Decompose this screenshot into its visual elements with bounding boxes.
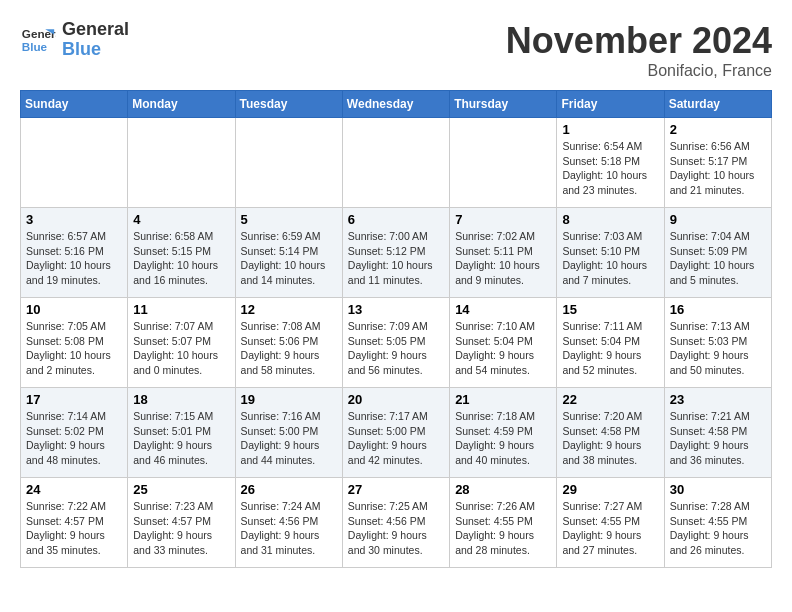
location: Bonifacio, France xyxy=(506,62,772,80)
table-row: 23Sunrise: 7:21 AM Sunset: 4:58 PM Dayli… xyxy=(664,388,771,478)
day-number: 6 xyxy=(348,212,444,227)
day-number: 13 xyxy=(348,302,444,317)
day-number: 23 xyxy=(670,392,766,407)
table-row xyxy=(235,118,342,208)
day-number: 8 xyxy=(562,212,658,227)
table-row: 18Sunrise: 7:15 AM Sunset: 5:01 PM Dayli… xyxy=(128,388,235,478)
svg-text:General: General xyxy=(22,27,56,40)
day-info: Sunrise: 6:54 AM Sunset: 5:18 PM Dayligh… xyxy=(562,139,658,198)
day-number: 9 xyxy=(670,212,766,227)
title-block: November 2024 Bonifacio, France xyxy=(506,20,772,80)
day-info: Sunrise: 6:58 AM Sunset: 5:15 PM Dayligh… xyxy=(133,229,229,288)
day-info: Sunrise: 7:09 AM Sunset: 5:05 PM Dayligh… xyxy=(348,319,444,378)
day-number: 7 xyxy=(455,212,551,227)
table-row: 25Sunrise: 7:23 AM Sunset: 4:57 PM Dayli… xyxy=(128,478,235,568)
day-info: Sunrise: 7:14 AM Sunset: 5:02 PM Dayligh… xyxy=(26,409,122,468)
table-row: 30Sunrise: 7:28 AM Sunset: 4:55 PM Dayli… xyxy=(664,478,771,568)
day-number: 18 xyxy=(133,392,229,407)
day-number: 1 xyxy=(562,122,658,137)
day-number: 24 xyxy=(26,482,122,497)
day-number: 17 xyxy=(26,392,122,407)
day-info: Sunrise: 7:05 AM Sunset: 5:08 PM Dayligh… xyxy=(26,319,122,378)
col-thursday: Thursday xyxy=(450,91,557,118)
day-info: Sunrise: 7:28 AM Sunset: 4:55 PM Dayligh… xyxy=(670,499,766,558)
day-info: Sunrise: 7:21 AM Sunset: 4:58 PM Dayligh… xyxy=(670,409,766,468)
day-info: Sunrise: 6:56 AM Sunset: 5:17 PM Dayligh… xyxy=(670,139,766,198)
month-title: November 2024 xyxy=(506,20,772,62)
col-tuesday: Tuesday xyxy=(235,91,342,118)
table-row: 16Sunrise: 7:13 AM Sunset: 5:03 PM Dayli… xyxy=(664,298,771,388)
day-number: 26 xyxy=(241,482,337,497)
week-row-4: 17Sunrise: 7:14 AM Sunset: 5:02 PM Dayli… xyxy=(21,388,772,478)
day-info: Sunrise: 7:02 AM Sunset: 5:11 PM Dayligh… xyxy=(455,229,551,288)
day-info: Sunrise: 7:27 AM Sunset: 4:55 PM Dayligh… xyxy=(562,499,658,558)
day-number: 3 xyxy=(26,212,122,227)
table-row: 10Sunrise: 7:05 AM Sunset: 5:08 PM Dayli… xyxy=(21,298,128,388)
day-number: 4 xyxy=(133,212,229,227)
logo: General Blue GeneralBlue xyxy=(20,20,129,60)
table-row: 14Sunrise: 7:10 AM Sunset: 5:04 PM Dayli… xyxy=(450,298,557,388)
table-row: 22Sunrise: 7:20 AM Sunset: 4:58 PM Dayli… xyxy=(557,388,664,478)
day-info: Sunrise: 7:20 AM Sunset: 4:58 PM Dayligh… xyxy=(562,409,658,468)
logo-text: GeneralBlue xyxy=(62,20,129,60)
table-row: 5Sunrise: 6:59 AM Sunset: 5:14 PM Daylig… xyxy=(235,208,342,298)
table-row: 27Sunrise: 7:25 AM Sunset: 4:56 PM Dayli… xyxy=(342,478,449,568)
col-sunday: Sunday xyxy=(21,91,128,118)
col-friday: Friday xyxy=(557,91,664,118)
day-number: 2 xyxy=(670,122,766,137)
day-number: 16 xyxy=(670,302,766,317)
day-number: 25 xyxy=(133,482,229,497)
table-row: 26Sunrise: 7:24 AM Sunset: 4:56 PM Dayli… xyxy=(235,478,342,568)
day-number: 29 xyxy=(562,482,658,497)
day-info: Sunrise: 7:11 AM Sunset: 5:04 PM Dayligh… xyxy=(562,319,658,378)
col-monday: Monday xyxy=(128,91,235,118)
table-row: 2Sunrise: 6:56 AM Sunset: 5:17 PM Daylig… xyxy=(664,118,771,208)
table-row: 11Sunrise: 7:07 AM Sunset: 5:07 PM Dayli… xyxy=(128,298,235,388)
table-row xyxy=(128,118,235,208)
table-row: 17Sunrise: 7:14 AM Sunset: 5:02 PM Dayli… xyxy=(21,388,128,478)
day-info: Sunrise: 7:10 AM Sunset: 5:04 PM Dayligh… xyxy=(455,319,551,378)
day-number: 14 xyxy=(455,302,551,317)
table-row: 12Sunrise: 7:08 AM Sunset: 5:06 PM Dayli… xyxy=(235,298,342,388)
day-number: 21 xyxy=(455,392,551,407)
day-info: Sunrise: 7:24 AM Sunset: 4:56 PM Dayligh… xyxy=(241,499,337,558)
day-number: 22 xyxy=(562,392,658,407)
week-row-1: 1Sunrise: 6:54 AM Sunset: 5:18 PM Daylig… xyxy=(21,118,772,208)
table-row xyxy=(450,118,557,208)
day-info: Sunrise: 7:08 AM Sunset: 5:06 PM Dayligh… xyxy=(241,319,337,378)
table-row: 20Sunrise: 7:17 AM Sunset: 5:00 PM Dayli… xyxy=(342,388,449,478)
table-row: 3Sunrise: 6:57 AM Sunset: 5:16 PM Daylig… xyxy=(21,208,128,298)
week-row-2: 3Sunrise: 6:57 AM Sunset: 5:16 PM Daylig… xyxy=(21,208,772,298)
calendar-header-row: Sunday Monday Tuesday Wednesday Thursday… xyxy=(21,91,772,118)
logo-icon: General Blue xyxy=(20,22,56,58)
day-info: Sunrise: 7:13 AM Sunset: 5:03 PM Dayligh… xyxy=(670,319,766,378)
day-number: 12 xyxy=(241,302,337,317)
day-number: 10 xyxy=(26,302,122,317)
week-row-5: 24Sunrise: 7:22 AM Sunset: 4:57 PM Dayli… xyxy=(21,478,772,568)
day-info: Sunrise: 7:25 AM Sunset: 4:56 PM Dayligh… xyxy=(348,499,444,558)
table-row: 15Sunrise: 7:11 AM Sunset: 5:04 PM Dayli… xyxy=(557,298,664,388)
col-wednesday: Wednesday xyxy=(342,91,449,118)
day-info: Sunrise: 7:26 AM Sunset: 4:55 PM Dayligh… xyxy=(455,499,551,558)
table-row: 1Sunrise: 6:54 AM Sunset: 5:18 PM Daylig… xyxy=(557,118,664,208)
day-info: Sunrise: 7:16 AM Sunset: 5:00 PM Dayligh… xyxy=(241,409,337,468)
table-row: 28Sunrise: 7:26 AM Sunset: 4:55 PM Dayli… xyxy=(450,478,557,568)
day-info: Sunrise: 7:23 AM Sunset: 4:57 PM Dayligh… xyxy=(133,499,229,558)
day-number: 20 xyxy=(348,392,444,407)
day-info: Sunrise: 7:00 AM Sunset: 5:12 PM Dayligh… xyxy=(348,229,444,288)
table-row xyxy=(342,118,449,208)
page-header: General Blue GeneralBlue November 2024 B… xyxy=(20,20,772,80)
week-row-3: 10Sunrise: 7:05 AM Sunset: 5:08 PM Dayli… xyxy=(21,298,772,388)
table-row: 4Sunrise: 6:58 AM Sunset: 5:15 PM Daylig… xyxy=(128,208,235,298)
table-row: 13Sunrise: 7:09 AM Sunset: 5:05 PM Dayli… xyxy=(342,298,449,388)
table-row: 21Sunrise: 7:18 AM Sunset: 4:59 PM Dayli… xyxy=(450,388,557,478)
day-number: 11 xyxy=(133,302,229,317)
day-number: 27 xyxy=(348,482,444,497)
table-row: 8Sunrise: 7:03 AM Sunset: 5:10 PM Daylig… xyxy=(557,208,664,298)
day-number: 28 xyxy=(455,482,551,497)
day-info: Sunrise: 6:59 AM Sunset: 5:14 PM Dayligh… xyxy=(241,229,337,288)
svg-text:Blue: Blue xyxy=(22,40,48,53)
day-info: Sunrise: 6:57 AM Sunset: 5:16 PM Dayligh… xyxy=(26,229,122,288)
calendar-table: Sunday Monday Tuesday Wednesday Thursday… xyxy=(20,90,772,568)
table-row: 6Sunrise: 7:00 AM Sunset: 5:12 PM Daylig… xyxy=(342,208,449,298)
